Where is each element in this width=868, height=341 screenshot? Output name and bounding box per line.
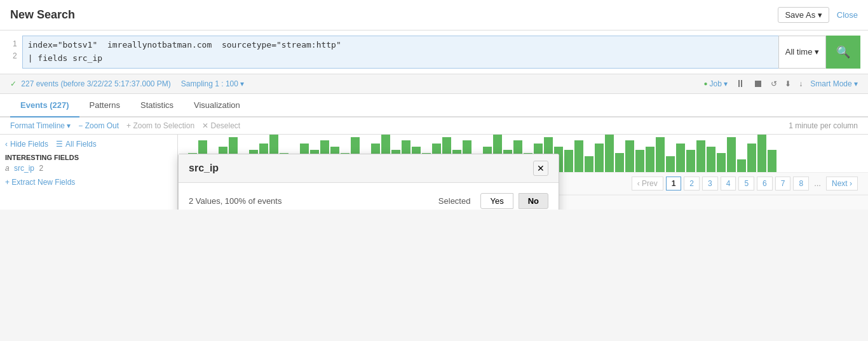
modal-overlay: src_ip ✕ 2 Values, 100% of events Select…	[0, 135, 868, 210]
timeline-bar: Format Timeline ▾ − Zoom Out + Zoom to S…	[0, 117, 868, 135]
close-button[interactable]: Close	[837, 10, 858, 20]
status-bar: ✓ 227 events (before 3/22/22 5:17:37.000…	[0, 74, 868, 94]
main-content: ‹ Hide Fields ☰ All Fields INTERESTING F…	[0, 135, 868, 210]
field-detail-modal: src_ip ✕ 2 Values, 100% of events Select…	[178, 154, 559, 210]
tab-patterns[interactable]: Patterns	[79, 94, 130, 117]
selected-label: Selected	[438, 196, 471, 206]
search-input[interactable]	[22, 36, 778, 69]
line-numbers: 12	[8, 36, 22, 69]
modal-close-button[interactable]: ✕	[533, 161, 548, 176]
tab-events[interactable]: Events (227)	[10, 94, 79, 117]
stop-icon[interactable]: ⏹	[753, 78, 763, 90]
page-title: New Search	[10, 8, 75, 22]
download-icon[interactable]: ⬇	[785, 79, 791, 88]
time-per-column: 1 minute per column	[789, 121, 858, 130]
zoom-out-button[interactable]: − Zoom Out	[78, 121, 119, 130]
modal-title: src_ip	[189, 163, 219, 174]
modal-subtitle: 2 Values, 100% of events	[189, 196, 281, 206]
no-button[interactable]: No	[519, 193, 548, 209]
app-header: New Search Save As ▾ Close	[0, 0, 868, 30]
job-button[interactable]: ● Job ▾	[704, 79, 728, 88]
tab-visualization[interactable]: Visualization	[184, 94, 250, 117]
time-picker[interactable]: All time ▾	[778, 36, 826, 69]
status-actions: ● Job ▾ ⏸ ⏹ ↺ ⬇ ↓ Smart Mode ▾	[704, 78, 858, 90]
pause-icon[interactable]: ⏸	[735, 78, 745, 90]
yes-button[interactable]: Yes	[480, 193, 513, 209]
zoom-selection-button: + Zoom to Selection	[126, 121, 194, 130]
refresh-icon[interactable]: ↺	[771, 79, 777, 88]
modal-header: src_ip ✕	[179, 154, 559, 183]
modal-body: 2 Values, 100% of events Selected Yes No…	[179, 183, 559, 210]
event-count-status: ✓ 227 events (before 3/22/22 5:17:37.000…	[10, 79, 171, 88]
selected-toggle: Selected Yes No	[438, 193, 548, 209]
sampling-picker[interactable]: Sampling 1 : 100 ▾	[181, 79, 244, 88]
save-as-button[interactable]: Save As ▾	[778, 7, 829, 23]
search-button[interactable]: 🔍	[826, 36, 860, 69]
format-timeline-button[interactable]: Format Timeline ▾	[10, 121, 71, 130]
tab-statistics[interactable]: Statistics	[130, 94, 184, 117]
header-actions: Save As ▾ Close	[778, 7, 858, 23]
smart-mode-picker[interactable]: Smart Mode ▾	[810, 79, 858, 88]
deselect-button: ✕ Deselect	[202, 121, 240, 130]
search-bar: 12 All time ▾ 🔍	[0, 30, 868, 74]
check-icon: ✓	[10, 79, 17, 88]
export-icon[interactable]: ↓	[799, 79, 803, 88]
tabs-bar: Events (227) Patterns Statistics Visuali…	[0, 94, 868, 117]
